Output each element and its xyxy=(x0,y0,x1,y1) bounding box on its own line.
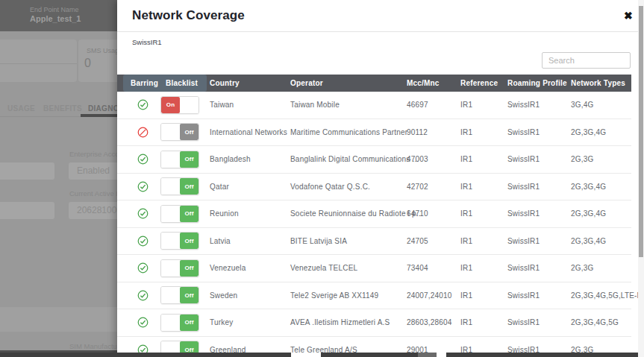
toggle-knob xyxy=(161,178,180,195)
blacklist-toggle[interactable]: Off xyxy=(160,259,199,277)
roaming-profile-cell: SwissIR1 xyxy=(507,237,571,245)
reference-cell: IR1 xyxy=(460,155,507,163)
toggle-state-label: Off xyxy=(180,151,198,168)
col-header-blacklist[interactable]: Blacklist xyxy=(160,79,210,87)
operator-cell: Societe Reunionnaise du Radiote l p... xyxy=(290,209,407,218)
blacklist-toggle[interactable]: On xyxy=(160,96,199,114)
operator-cell: Vodafone Qatar Q.S.C. xyxy=(290,183,407,191)
table-header-row: Barring Blacklist Country Operator Mcc/M… xyxy=(117,75,631,92)
operator-cell: Tele2 Sverige AB XX1149 xyxy=(290,291,407,300)
screen: End Point Name Apple_test_1 SMS Usage 0 … xyxy=(0,0,644,357)
toggle-state-label: Off xyxy=(180,315,198,331)
reference-cell: IR1 xyxy=(460,101,507,109)
col-header-network-types[interactable]: Network Types xyxy=(571,79,631,87)
mcc-mnc-cell: 46697 xyxy=(407,101,460,109)
barring-cell xyxy=(131,290,160,301)
endpoint-name-label: End Point Name xyxy=(30,6,79,13)
table-row: Off Bangladesh Banglalink Digital Commun… xyxy=(117,146,631,174)
network-types-cell: 2G,3G,4G xyxy=(571,209,631,218)
operator-cell: AVEA .Iletisim Hizmetleri A.S xyxy=(290,318,407,326)
reference-cell: IR1 xyxy=(460,209,507,218)
col-header-reference[interactable]: Reference xyxy=(460,79,507,87)
toggle-state-label: Off xyxy=(180,124,198,140)
toggle-knob xyxy=(161,206,180,222)
country-cell: International Networks xyxy=(210,128,290,136)
country-cell: Venezuela xyxy=(210,264,290,272)
country-cell: Bangladesh xyxy=(210,155,290,163)
barring-cell xyxy=(131,236,160,247)
coverage-table: Barring Blacklist Country Operator Mcc/M… xyxy=(117,75,631,357)
bottom-window-edge xyxy=(0,353,644,357)
barring-cell xyxy=(131,208,160,219)
table-row: Off Turkey AVEA .Iletisim Hizmetleri A.S… xyxy=(117,309,631,337)
blacklist-cell: Off xyxy=(160,177,210,195)
roaming-profile-cell: SwissIR1 xyxy=(507,101,571,109)
blacklist-toggle[interactable]: Off xyxy=(160,286,199,304)
reference-cell: IR1 xyxy=(460,318,507,326)
reference-cell: IR1 xyxy=(460,183,507,191)
bottom-strip-gap xyxy=(291,353,321,357)
scrollbar-thumb[interactable] xyxy=(639,6,643,257)
table-row: On Taiwan Taiwan Mobile 46697 IR1 SwissI… xyxy=(117,92,631,119)
col-header-country[interactable]: Country xyxy=(210,79,290,87)
blacklist-cell: Off xyxy=(160,286,210,304)
search-input[interactable] xyxy=(542,52,631,69)
barring-barred-icon xyxy=(137,127,149,138)
toggle-state-label: Off xyxy=(180,260,198,277)
reference-cell: IR1 xyxy=(460,237,507,245)
network-types-cell: 2G,3G,4G xyxy=(571,237,631,245)
network-types-cell: 2G,3G xyxy=(571,155,631,163)
barring-cell xyxy=(131,127,160,138)
background-input-stub xyxy=(0,162,54,180)
profile-name-label: SwissIR1 xyxy=(132,38,162,46)
operator-cell: Banglalink Digital Communications ... xyxy=(290,155,407,163)
barring-cell xyxy=(131,262,160,274)
roaming-profile-cell: SwissIR1 xyxy=(507,291,571,300)
mcc-mnc-cell: 90112 xyxy=(407,128,460,136)
table-row: Off Qatar Vodafone Qatar Q.S.C. 42702 IR… xyxy=(117,174,631,201)
col-header-roaming-profile[interactable]: Roaming Profile xyxy=(507,79,571,87)
blacklist-toggle[interactable]: Off xyxy=(160,123,199,141)
coverage-table-rows: On Taiwan Taiwan Mobile 46697 IR1 SwissI… xyxy=(117,92,631,357)
blacklist-cell: Off xyxy=(160,259,210,277)
operator-cell: BITE Latvija SIA xyxy=(290,237,407,245)
col-header-operator[interactable]: Operator xyxy=(290,79,407,87)
reference-cell: IR1 xyxy=(460,128,507,136)
mcc-mnc-cell: 24705 xyxy=(407,237,460,245)
country-cell: Sweden xyxy=(210,291,290,300)
blacklist-toggle[interactable]: Off xyxy=(160,205,199,223)
network-types-cell: 2G,3G,4G xyxy=(571,128,631,136)
country-cell: Turkey xyxy=(210,318,290,326)
barring-cell xyxy=(131,317,160,328)
col-header-barring[interactable]: Barring xyxy=(131,79,160,87)
tab-benefits[interactable]: BENEFITS xyxy=(43,104,82,113)
endpoint-name-value: Apple_test_1 xyxy=(30,14,81,23)
toggle-knob xyxy=(161,287,180,303)
blacklist-toggle[interactable]: Off xyxy=(160,151,199,168)
table-row: Off Reunion Societe Reunionnaise du Radi… xyxy=(117,200,631,228)
usage-card xyxy=(0,40,77,82)
modal-title: Network Coverage xyxy=(132,8,245,23)
toggle-state-label: Off xyxy=(180,178,198,195)
operator-cell: Taiwan Mobile xyxy=(290,101,407,109)
blacklist-toggle[interactable]: Off xyxy=(160,177,199,195)
blacklist-cell: Off xyxy=(160,314,210,332)
blacklist-toggle[interactable]: Off xyxy=(160,232,199,250)
mcc-mnc-cell: 24007,24010 xyxy=(407,291,460,300)
toggle-state-label: Off xyxy=(180,206,198,222)
toggle-knob xyxy=(161,233,180,249)
toggle-knob xyxy=(161,124,180,140)
country-cell: Latvia xyxy=(210,237,290,245)
roaming-profile-cell: SwissIR1 xyxy=(507,155,571,163)
vertical-scrollbar[interactable] xyxy=(638,0,644,357)
barring-allowed-icon xyxy=(137,236,149,247)
mcc-mnc-cell: 42702 xyxy=(407,183,460,191)
tab-usage[interactable]: USAGE xyxy=(7,104,35,113)
network-coverage-modal: Network Coverage ✖ SwissIR1 Barring Blac… xyxy=(117,0,638,357)
toggle-knob xyxy=(161,151,180,168)
col-header-mcc-mnc[interactable]: Mcc/Mnc xyxy=(407,79,460,87)
close-icon[interactable]: ✖ xyxy=(624,10,633,22)
mcc-mnc-cell: 73404 xyxy=(407,264,460,272)
barring-allowed-icon xyxy=(137,99,149,110)
blacklist-toggle[interactable]: Off xyxy=(160,314,199,332)
